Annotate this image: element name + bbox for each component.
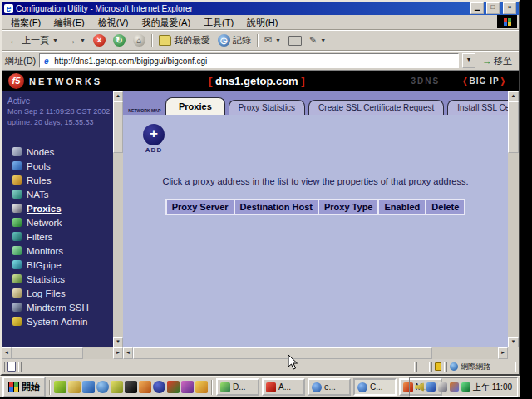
forward-dropdown-icon[interactable]: ▼	[80, 37, 86, 43]
sidebar-item-log-files[interactable]: Log Files	[2, 286, 113, 300]
forward-button[interactable]: → ▼	[62, 34, 89, 47]
scrollbar-thumb[interactable]	[12, 347, 83, 359]
scroll-down-icon[interactable]: ▼	[113, 337, 123, 347]
mail-button[interactable]: ✉ ▼	[261, 34, 284, 47]
quicklaunch-icon[interactable]	[153, 381, 165, 393]
print-button[interactable]	[285, 35, 305, 47]
tab-create-ssl-certificate-request[interactable]: Create SSL Certificate Request	[308, 100, 444, 115]
update-icon[interactable]	[450, 382, 459, 392]
history-button[interactable]: ◷ 記錄	[214, 33, 254, 47]
quicklaunch-icon[interactable]	[82, 381, 95, 393]
scroll-down-icon[interactable]: ▼	[508, 337, 519, 347]
address-dropdown-button[interactable]: ▼	[462, 53, 475, 68]
tab-proxy-statistics[interactable]: Proxy Statistics	[229, 100, 305, 115]
minimize-button[interactable]: ▁	[470, 2, 484, 14]
taskbar-divider	[49, 380, 51, 395]
edit-dropdown-icon[interactable]: ▼	[320, 37, 326, 43]
quicklaunch-icon[interactable]	[181, 381, 194, 393]
menu-favorites[interactable]: 我的最愛(A)	[135, 16, 197, 29]
restore-button[interactable]: □	[486, 2, 500, 14]
start-button[interactable]: 開始	[2, 377, 46, 397]
menu-tools[interactable]: 工具(T)	[197, 16, 240, 29]
column-proxy-type[interactable]: Proxy Type	[318, 200, 379, 214]
task-button-active[interactable]: C...	[353, 378, 397, 396]
scroll-right-icon[interactable]: ►	[113, 347, 123, 359]
back-dropdown-icon[interactable]: ▼	[52, 37, 58, 43]
menu-help[interactable]: 說明(H)	[240, 16, 284, 29]
quicklaunch-icon[interactable]	[167, 381, 180, 393]
refresh-button[interactable]: ↻	[110, 33, 129, 47]
add-icon[interactable]: +	[143, 124, 165, 145]
sidebar-item-network[interactable]: Network	[2, 215, 113, 229]
home-button[interactable]: ⌂	[130, 33, 149, 47]
quicklaunch-icon[interactable]	[139, 381, 151, 393]
quicklaunch-icon[interactable]	[54, 381, 66, 393]
scroll-left-icon[interactable]: ◄	[123, 347, 133, 359]
task-app-icon	[312, 382, 322, 392]
main-vertical-scrollbar[interactable]: ▲ ▼	[508, 91, 519, 347]
page-favicon: e	[42, 57, 51, 66]
chat-icon[interactable]	[426, 382, 436, 392]
network-map-button[interactable]: NETWORK MAP	[126, 108, 162, 113]
scrollbar-thumb[interactable]	[133, 347, 432, 359]
add-proxy-control[interactable]: + ADD	[140, 124, 168, 154]
main-column: NETWORK MAP Proxies Proxy Statistics Cre…	[123, 91, 508, 347]
volume-icon[interactable]	[415, 382, 424, 392]
home-icon: ⌂	[133, 34, 145, 47]
title-bar[interactable]: e Configuration Utility - Microsoft Inte…	[2, 2, 519, 15]
sidebar-horizontal-scrollbar[interactable]: ◄ ►	[2, 347, 123, 359]
sidebar-item-system-admin[interactable]: System Admin	[2, 314, 113, 328]
sidebar-item-nats[interactable]: NATs	[2, 187, 113, 201]
go-button[interactable]: → 移至	[479, 55, 515, 67]
column-proxy-server[interactable]: Proxy Server	[166, 200, 234, 214]
tab-install-ssl-certificate[interactable]: Install SSL Certifi	[447, 100, 508, 115]
menu-edit[interactable]: 編輯(E)	[47, 16, 91, 29]
back-button[interactable]: ← 上一頁 ▼	[5, 33, 62, 47]
scroll-right-icon[interactable]: ►	[498, 347, 508, 359]
display-icon[interactable]	[438, 382, 447, 392]
internet-zone-icon	[450, 362, 458, 371]
scroll-up-icon[interactable]: ▲	[508, 91, 519, 101]
tab-proxies[interactable]: Proxies	[165, 97, 225, 115]
sidebar-item-filters[interactable]: Filters	[2, 229, 113, 244]
sidebar-vertical-scrollbar[interactable]: ▲ ▼	[113, 91, 123, 347]
sidebar-item-nodes[interactable]: Nodes	[2, 145, 113, 159]
quicklaunch-icon[interactable]	[96, 381, 109, 393]
scroll-up-icon[interactable]: ▲	[113, 91, 123, 101]
stop-button[interactable]: ×	[90, 33, 109, 47]
sidebar-item-pools[interactable]: Pools	[2, 159, 113, 173]
quicklaunch-icon[interactable]	[195, 381, 208, 393]
scroll-left-icon[interactable]: ◄	[2, 347, 12, 359]
scrollbar-thumb[interactable]	[113, 101, 123, 153]
close-button[interactable]: ×	[503, 2, 516, 14]
link-3dns[interactable]: 3DNS	[411, 76, 441, 86]
menu-view[interactable]: 檢視(V)	[91, 16, 135, 29]
task-button[interactable]: e...	[308, 378, 351, 396]
menu-file[interactable]: 檔案(F)	[4, 16, 47, 29]
task-button[interactable]: D...	[216, 378, 259, 396]
main-horizontal-scrollbar[interactable]: ◄ ►	[123, 347, 508, 359]
alert-icon	[435, 362, 441, 371]
column-enabled[interactable]: Enabled	[378, 200, 426, 214]
favorites-button[interactable]: 我的最愛	[155, 33, 214, 47]
edit-button[interactable]: ✎ ▼	[306, 34, 329, 47]
sidebar-item-proxies[interactable]: Proxies	[2, 201, 113, 215]
link-bigip[interactable]: ❬BIG IP❭	[461, 76, 507, 86]
network-status-icon[interactable]	[461, 382, 470, 392]
sidebar-item-monitors[interactable]: Monitors	[2, 244, 113, 258]
sidebar-item-mindterm-ssh[interactable]: Mindterm SSH	[2, 300, 113, 314]
column-destination-host[interactable]: Destination Host	[234, 200, 318, 214]
mail-dropdown-icon[interactable]: ▼	[275, 37, 281, 43]
sidebar-item-rules[interactable]: Rules	[2, 173, 113, 187]
address-input[interactable]: e http://dns1.getop.com/bigipgui/bigconf…	[39, 53, 459, 68]
sidebar-item-bigpipe[interactable]: BIGpipe	[2, 258, 113, 272]
quicklaunch-icon[interactable]	[111, 381, 123, 393]
add-label: ADD	[140, 146, 168, 154]
quicklaunch-icon[interactable]	[125, 381, 137, 393]
sidebar-item-statistics[interactable]: Statistics	[2, 272, 113, 286]
status-document-pane	[4, 362, 19, 372]
scrollbar-thumb[interactable]	[508, 101, 519, 153]
quicklaunch-icon[interactable]	[68, 381, 81, 393]
column-delete[interactable]: Delete	[426, 200, 465, 214]
task-button[interactable]: A...	[262, 378, 305, 396]
